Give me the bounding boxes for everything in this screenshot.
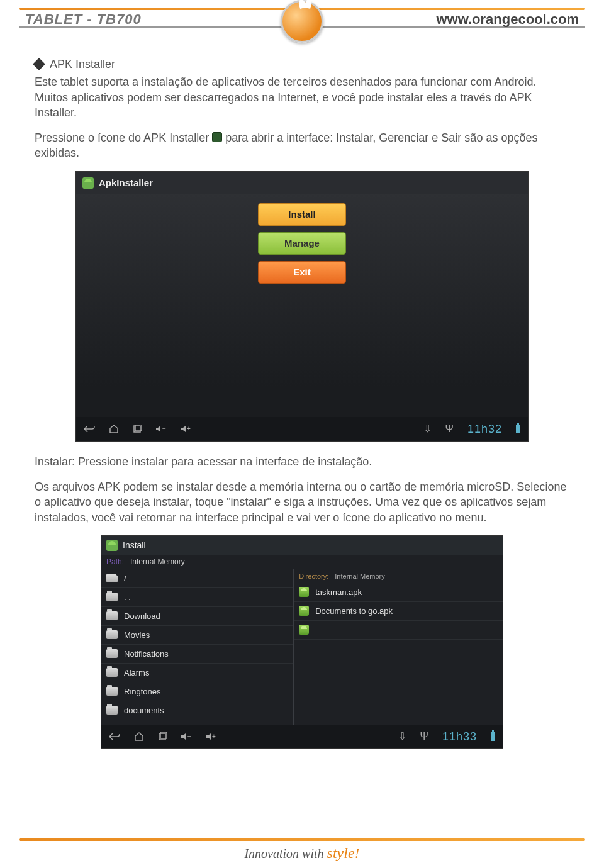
file-list: Directory: Internal Memory taskman.apk D… [294, 569, 503, 727]
svg-text:+: + [187, 425, 191, 432]
android-icon [106, 540, 118, 551]
path-bar: Path: Internal Memory [101, 555, 503, 569]
svg-text:−: − [162, 425, 166, 432]
android-icon [82, 177, 94, 189]
folder-icon [106, 593, 118, 601]
apk-file-icon [299, 625, 309, 635]
volume-up-icon[interactable]: + [181, 425, 192, 433]
back-icon[interactable] [109, 732, 120, 741]
list-item[interactable]: Notifications [101, 645, 293, 664]
list-item[interactable]: documents [101, 701, 293, 720]
folder-icon [106, 706, 118, 715]
usb-icon: Ψ [445, 422, 454, 436]
document-body: APK Installer Este tablet suporta a inst… [0, 44, 604, 749]
svg-text:−: − [187, 733, 191, 740]
folder-icon [106, 611, 118, 620]
directory-list: / . . Download Movies Notifications Alar… [101, 569, 294, 727]
list-item[interactable]: Alarms [101, 664, 293, 682]
press-text-pre: Pressione o ícone do APK Installer [35, 131, 212, 144]
press-paragraph: Pressione o ícone do APK Installer para … [35, 130, 569, 161]
path-label: Path: [106, 557, 124, 567]
app-header: ApkInstaller [76, 172, 528, 194]
list-item[interactable]: Documents to go.apk [294, 602, 503, 621]
volume-up-icon[interactable]: + [206, 732, 217, 741]
install-description: Instalar: Pressione instalar para acessa… [35, 454, 569, 469]
intro-paragraph: Este tablet suporta a instalação de apli… [35, 74, 569, 120]
section-title: APK Installer [50, 57, 115, 72]
usb-icon: Ψ [420, 730, 428, 743]
page-footer: Innovation with style! [0, 838, 604, 862]
apk-file-icon [299, 606, 309, 616]
manage-button[interactable]: Manage [258, 232, 346, 255]
battery-icon [491, 732, 495, 741]
bullet-diamond-icon [33, 58, 45, 70]
product-label: TABLET - TB700 [25, 11, 142, 28]
directory-value: Internal Memory [335, 572, 384, 581]
list-item[interactable]: Download [101, 607, 293, 626]
system-navbar: − + ⇩ Ψ 11h33 [101, 725, 503, 748]
sd-card-icon [106, 574, 118, 582]
recent-icon[interactable] [158, 732, 167, 741]
folder-icon [106, 630, 118, 639]
exit-button[interactable]: Exit [258, 261, 346, 284]
list-item[interactable]: Movies [101, 626, 293, 645]
list-item[interactable]: Ringtones [101, 682, 293, 701]
app-title: ApkInstaller [99, 177, 153, 189]
install-button[interactable]: Install [258, 203, 346, 226]
home-icon[interactable] [134, 732, 144, 741]
download-status-icon: ⇩ [423, 422, 432, 436]
volume-down-icon[interactable]: − [181, 732, 192, 741]
install-screen-screenshot: Install Path: Internal Memory / . . Down… [101, 535, 503, 749]
home-icon[interactable] [109, 425, 119, 433]
volume-down-icon[interactable]: − [155, 425, 167, 433]
clock-display: 11h32 [467, 421, 502, 437]
folder-icon [106, 687, 118, 696]
battery-icon [516, 425, 520, 433]
directory-label: Directory: [299, 572, 328, 581]
website-url: www.orangecool.com [436, 11, 579, 28]
list-item[interactable]: taskman.apk [294, 583, 503, 602]
apk-file-icon [299, 587, 309, 597]
footer-line [19, 838, 585, 841]
apk-installer-icon [212, 132, 222, 142]
download-status-icon: ⇩ [398, 730, 406, 743]
apkinstaller-screenshot: ApkInstaller Install Manage Exit − + ⇩ Ψ… [76, 171, 528, 442]
list-item[interactable]: / [101, 569, 293, 588]
page-header: TABLET - TB700 www.orangecool.com [0, 4, 604, 44]
footer-slogan: Innovation with style! [0, 845, 604, 862]
folder-icon [106, 668, 118, 677]
folder-icon [106, 649, 118, 658]
orange-logo-icon [281, 0, 323, 43]
list-item[interactable] [294, 621, 503, 640]
apk-description: Os arquivos APK podem se instalar desde … [35, 479, 569, 525]
back-icon[interactable] [84, 425, 95, 433]
list-item[interactable]: . . [101, 588, 293, 607]
svg-text:+: + [212, 733, 216, 740]
clock-display: 11h33 [442, 729, 477, 744]
install-title: Install [123, 540, 146, 552]
install-header: Install [101, 536, 503, 555]
system-navbar: − + ⇩ Ψ 11h32 [76, 417, 528, 441]
path-value: Internal Memory [130, 557, 185, 567]
recent-icon[interactable] [133, 425, 142, 433]
